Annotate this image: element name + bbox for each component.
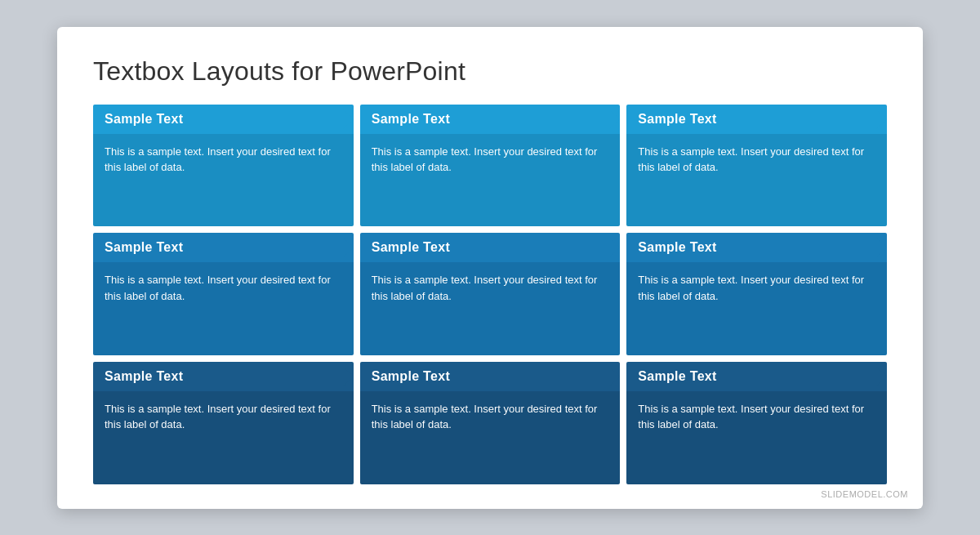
card-header-r2c2: Sample Text [360,233,621,262]
arrow-right-icon-r1c2 [609,109,620,129]
watermark: SLIDEMODEL.COM [821,489,908,499]
card-header-title-r2c2: Sample Text [372,240,450,255]
card-header-title-r1c2: Sample Text [372,112,450,127]
card-header-r3c3: Sample Text [626,362,887,391]
card-grid: Sample Text This is a sample text. Inser… [93,105,887,484]
card-header-r3c2: Sample Text [360,362,621,391]
card-body-text-r2c3: This is a sample text. Insert your desir… [638,272,875,304]
card-header-title-r1c3: Sample Text [638,112,716,127]
card-header-r1c1: Sample Text [93,105,354,134]
card-header-title-r3c3: Sample Text [638,369,716,384]
card-body-text-r1c2: This is a sample text. Insert your desir… [372,144,609,176]
card-r3-c2: Sample Text This is a sample text. Inser… [360,362,621,484]
card-body-text-r3c3: This is a sample text. Insert your desir… [638,401,875,433]
arrow-right-icon-r3c2 [609,367,620,386]
card-body-r1c2: This is a sample text. Insert your desir… [360,134,621,227]
card-body-text-r2c1: This is a sample text. Insert your desir… [105,272,342,304]
card-r1-c3: Sample Text This is a sample text. Inser… [626,105,887,227]
card-body-text-r1c1: This is a sample text. Insert your desir… [105,144,342,176]
card-header-r2c1: Sample Text [93,233,354,262]
card-body-r3c1: This is a sample text. Insert your desir… [93,391,354,484]
card-header-r1c2: Sample Text [360,105,621,134]
card-body-r1c1: This is a sample text. Insert your desir… [93,134,354,227]
card-header-title-r3c2: Sample Text [372,369,450,384]
arrow-right-icon-r3c1 [343,367,354,386]
card-header-r1c3: Sample Text [626,105,887,134]
card-body-text-r2c2: This is a sample text. Insert your desir… [372,272,609,304]
card-header-title-r2c3: Sample Text [638,240,716,255]
card-body-r1c3: This is a sample text. Insert your desir… [626,134,887,227]
card-body-text-r1c3: This is a sample text. Insert your desir… [638,144,875,176]
arrow-right-icon-r1c1 [343,109,354,129]
card-body-r2c3: This is a sample text. Insert your desir… [626,262,887,355]
slide: Textbox Layouts for PowerPoint Sample Te… [57,27,923,509]
card-r1-c1: Sample Text This is a sample text. Inser… [93,105,354,227]
card-body-r2c2: This is a sample text. Insert your desir… [360,262,621,355]
card-body-r3c2: This is a sample text. Insert your desir… [360,391,621,484]
arrow-right-icon-r2c1 [343,238,354,257]
card-header-r3c1: Sample Text [93,362,354,391]
card-body-text-r3c2: This is a sample text. Insert your desir… [372,401,609,433]
card-r3-c3: Sample Text This is a sample text. Inser… [626,362,887,484]
arrow-right-icon-r3c3 [876,367,887,386]
card-body-r2c1: This is a sample text. Insert your desir… [93,262,354,355]
card-header-title-r2c1: Sample Text [105,240,183,255]
card-header-title-r3c1: Sample Text [105,369,183,384]
arrow-right-icon-r1c3 [876,109,887,129]
slide-title: Textbox Layouts for PowerPoint [93,56,887,87]
card-body-r3c3: This is a sample text. Insert your desir… [626,391,887,484]
card-body-text-r3c1: This is a sample text. Insert your desir… [105,401,342,433]
card-header-r2c3: Sample Text [626,233,887,262]
card-header-title-r1c1: Sample Text [105,112,183,127]
card-r2-c3: Sample Text This is a sample text. Inser… [626,233,887,355]
card-r2-c2: Sample Text This is a sample text. Inser… [360,233,621,355]
card-r3-c1: Sample Text This is a sample text. Inser… [93,362,354,484]
card-r1-c2: Sample Text This is a sample text. Inser… [360,105,621,227]
arrow-right-icon-r2c2 [609,238,620,257]
arrow-right-icon-r2c3 [876,238,887,257]
card-r2-c1: Sample Text This is a sample text. Inser… [93,233,354,355]
